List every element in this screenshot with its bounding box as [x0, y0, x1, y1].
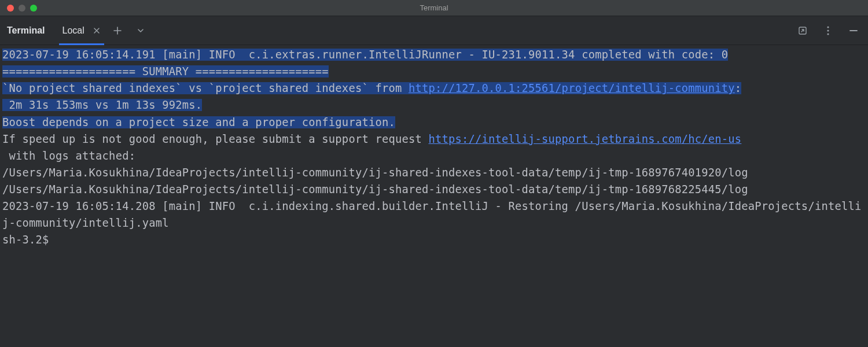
restore-line: 2023-07-19 16:05:14.208 [main] INFO c.i.…: [2, 200, 861, 229]
boost-line: Boost depends on a project size and a pr…: [2, 116, 395, 128]
hide-tool-window-icon[interactable]: [846, 23, 861, 38]
terminal-tab-local[interactable]: Local: [59, 16, 104, 45]
tab-active-underline: [59, 43, 104, 45]
svg-point-3: [827, 33, 829, 35]
titlebar: Terminal: [0, 0, 868, 16]
terminal-toolbar: Terminal Local: [0, 16, 868, 45]
maximize-tool-window-icon[interactable]: [795, 23, 810, 38]
svg-point-2: [827, 29, 829, 31]
window-maximize-button[interactable]: [30, 5, 37, 12]
options-menu-icon[interactable]: [821, 23, 836, 38]
shell-prompt: sh-3.2$: [2, 234, 49, 246]
window-minimize-button[interactable]: [19, 5, 25, 12]
log-line: 2023-07-19 16:05:14.191 [main] INFO c.i.…: [2, 49, 728, 61]
terminal-output[interactable]: 2023-07-19 16:05:14.191 [main] INFO c.i.…: [0, 45, 868, 250]
project-url-link[interactable]: http://127.0.0.1:25561/project/intellij-…: [409, 82, 735, 94]
close-tab-icon[interactable]: [91, 25, 102, 36]
summary-divider: ==================== SUMMARY ===========…: [2, 65, 329, 77]
support-url-link[interactable]: https://intellij-support.jetbrains.com/h…: [428, 133, 741, 145]
compare-suffix: :: [735, 82, 742, 94]
timings-line: 2m 31s 153ms vs 1m 13s 992ms.: [2, 99, 202, 111]
tool-window-title: Terminal: [7, 25, 45, 36]
tab-label: Local: [62, 25, 84, 36]
with-logs-line: with logs attached:: [2, 150, 135, 162]
new-tab-button[interactable]: [110, 23, 125, 38]
traffic-lights: [0, 5, 37, 12]
window-title: Terminal: [420, 3, 448, 12]
speedup-text: If speed up is not good enough, please s…: [2, 133, 428, 145]
window-close-button[interactable]: [7, 5, 14, 12]
compare-text: `No project shared indexes` vs `project …: [2, 82, 409, 94]
log-path-1: /Users/Maria.Kosukhina/IdeaProjects/inte…: [2, 167, 748, 179]
svg-point-1: [827, 26, 829, 28]
log-path-2: /Users/Maria.Kosukhina/IdeaProjects/inte…: [2, 183, 748, 195]
tab-options-dropdown-icon[interactable]: [133, 23, 148, 38]
